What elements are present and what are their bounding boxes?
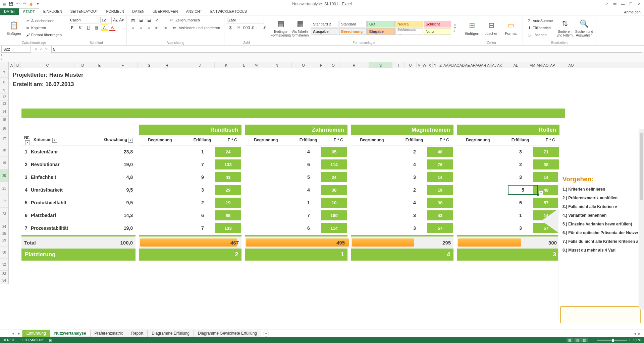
column-header[interactable]: AQ — [556, 62, 586, 68]
gallery-down-icon[interactable]: ▼ — [453, 26, 457, 29]
erf-cell[interactable]: 2 — [190, 200, 215, 205]
align-right-icon[interactable]: ≡ — [146, 24, 152, 31]
row-header[interactable]: 20 — [0, 169, 8, 182]
font-size-input[interactable] — [100, 17, 112, 23]
qat-customize-icon[interactable]: ▾ — [35, 1, 41, 7]
erf-cell[interactable]: 3 — [402, 175, 427, 180]
sheet-tab[interactable]: Einführung — [22, 330, 50, 337]
align-left-icon[interactable]: ≡ — [129, 24, 136, 31]
ribbon-tab-daten[interactable]: DATEN — [128, 8, 148, 15]
enter-formula-icon[interactable]: ✓ — [40, 47, 43, 51]
erf-cell[interactable]: 3 — [508, 225, 533, 231]
column-header[interactable]: AD — [460, 62, 465, 68]
column-header[interactable]: D — [74, 62, 91, 68]
column-header[interactable]: AH — [481, 62, 486, 68]
accounting-icon[interactable]: $ — [227, 24, 234, 31]
column-header[interactable]: W — [422, 62, 427, 68]
row-header[interactable]: 34 — [0, 277, 8, 284]
tab-scroll-right-icon[interactable]: ◄ ► — [633, 332, 644, 336]
tab-nav-prev-icon[interactable]: ◄ — [10, 332, 16, 335]
normal-view-icon[interactable]: ▦ — [567, 338, 573, 342]
column-header[interactable]: B — [15, 62, 21, 68]
row-header[interactable]: 29 — [0, 234, 8, 247]
erf-cell[interactable]: 2 — [402, 149, 427, 154]
column-header[interactable]: AA — [443, 62, 449, 68]
column-header[interactable]: U — [405, 62, 417, 68]
ribbon-tab-ansicht[interactable]: ANSICHT — [182, 8, 206, 15]
erf-cell[interactable]: 4 — [296, 149, 321, 154]
thousands-icon[interactable]: 000 — [243, 24, 250, 31]
column-header[interactable]: AG — [476, 62, 481, 68]
erf-cell[interactable]: 1 — [190, 149, 215, 154]
italic-icon[interactable]: K — [77, 24, 84, 31]
row-header[interactable]: 15 — [0, 117, 8, 123]
sort-filter-button[interactable]: ⇅Sortieren und Filtern — [556, 17, 574, 39]
column-header[interactable]: V — [417, 62, 422, 68]
undo-icon[interactable]: ↶ — [15, 1, 21, 7]
cell-styles-gallery[interactable]: Standard 2StandardGutNeutralSchlechtAusg… — [311, 20, 451, 35]
redo-icon[interactable]: ↷ — [21, 1, 28, 7]
format-cells-button[interactable]: ▭Format — [502, 17, 520, 39]
column-header[interactable]: AC — [454, 62, 460, 68]
ribbon-tab-einfügen[interactable]: EINFÜGEN — [39, 8, 66, 15]
row-header[interactable]: 16 — [0, 123, 8, 134]
decrease-indent-icon[interactable]: ⇤ — [154, 24, 160, 31]
decrease-decimal-icon[interactable]: ←.0 — [259, 24, 266, 31]
cell-style[interactable]: Standard 2 — [311, 21, 338, 27]
fill-color-icon[interactable]: A — [101, 24, 108, 31]
zoom-level[interactable]: 100% — [633, 338, 641, 342]
column-header[interactable]: Y — [433, 62, 438, 68]
paste-button[interactable]: 📋 Einfügen — [5, 17, 23, 39]
column-header[interactable]: K — [215, 62, 238, 68]
column-header[interactable]: AI — [486, 62, 492, 68]
font-color-icon[interactable]: A — [109, 24, 116, 31]
row-header[interactable]: 9 — [0, 87, 8, 94]
cell-style[interactable]: Berechnung — [339, 28, 367, 35]
erf-cell[interactable]: 2 — [508, 162, 533, 167]
align-top-icon[interactable]: ⬒ — [129, 17, 136, 23]
page-layout-view-icon[interactable]: ▤ — [574, 338, 581, 342]
row-header[interactable]: 18 — [0, 144, 8, 157]
column-header[interactable]: AP — [549, 62, 556, 68]
worksheet[interactable]: 7891213141516171819202122232425293032333… — [0, 68, 644, 323]
cancel-formula-icon[interactable]: ✕ — [35, 47, 38, 51]
borders-icon[interactable]: ▦ — [93, 24, 100, 31]
clear-button[interactable]: ◌Löschen — [526, 31, 554, 38]
sheet-tab[interactable]: Diagramme Erfüllung — [147, 330, 194, 337]
erf-cell[interactable]: 2 — [402, 187, 427, 193]
zoom-in-icon[interactable]: + — [629, 338, 631, 342]
erf-cell[interactable]: 4 — [402, 162, 427, 167]
name-box[interactable] — [1, 46, 31, 53]
erf-cell[interactable]: 7 — [190, 162, 215, 167]
zoom-slider[interactable] — [597, 340, 627, 341]
sheet-tab[interactable]: Präferenzmatrix — [90, 330, 127, 337]
ribbon-tab-entwicklertools[interactable]: ENTWICKLERTOOLS — [206, 8, 251, 15]
sheet-tab[interactable]: Report — [127, 330, 148, 337]
sheet-tab[interactable]: Nutzwertanalyse — [50, 330, 91, 337]
column-header[interactable]: J — [185, 62, 215, 68]
column-header[interactable]: AK — [497, 62, 502, 68]
column-header[interactable]: F — [108, 62, 138, 68]
ribbon-tab-datei[interactable]: DATEI — [0, 8, 19, 15]
row-header[interactable]: 7 — [0, 68, 8, 78]
erf-cell[interactable]: 6 — [296, 162, 321, 167]
ribbon-tab-überprüfen[interactable]: ÜBERPRÜFEN — [149, 8, 182, 15]
row-header[interactable]: 13 — [0, 100, 8, 107]
sign-in-link[interactable]: Anmelden — [621, 9, 644, 15]
erf-cell[interactable]: 7 — [296, 213, 321, 218]
column-header[interactable]: S — [369, 62, 392, 68]
column-header[interactable]: G — [138, 62, 161, 68]
vertical-scrollbar[interactable] — [639, 129, 644, 310]
column-header[interactable]: AM — [529, 62, 536, 68]
gallery-more-icon[interactable]: ▾ — [453, 29, 457, 33]
erf-cell[interactable]: 6 — [508, 200, 533, 205]
formula-input[interactable] — [51, 46, 642, 53]
column-header[interactable]: AL — [502, 62, 529, 68]
insert-cells-button[interactable]: ⊞Einfügen — [463, 17, 481, 39]
new-sheet-button[interactable]: + — [263, 331, 269, 337]
cut-button[interactable]: ✂Ausschneiden — [24, 17, 63, 24]
erf-cell[interactable]: 6 — [190, 213, 215, 218]
outline-bar[interactable]: 12 — [0, 53, 644, 62]
underline-icon[interactable]: U — [85, 24, 92, 31]
orientation-icon[interactable]: ⤢ — [154, 17, 160, 23]
